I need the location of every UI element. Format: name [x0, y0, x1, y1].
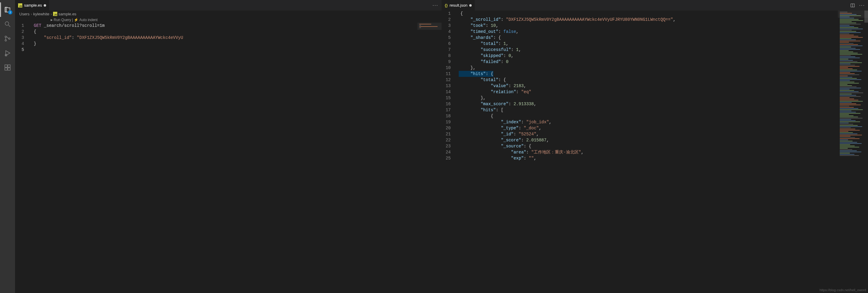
left-minimap[interactable]: [417, 23, 441, 293]
js-file-icon: JS: [18, 3, 22, 7]
line-number: 18: [442, 113, 451, 119]
right-tab-actions: ···: [850, 0, 868, 10]
line-number: 4: [442, 29, 451, 35]
right-tab-bar: {} result.json ···: [442, 0, 868, 10]
line-number: 3: [15, 35, 24, 41]
left-tab-actions: ···: [433, 0, 441, 10]
code-line[interactable]: GET _search/scroll?scroll=1m: [32, 23, 441, 29]
activity-bar: 2: [0, 0, 15, 293]
code-line[interactable]: "successful": 1,: [459, 47, 868, 53]
line-number: 2: [442, 17, 451, 23]
chevron-right-icon: ›: [31, 12, 32, 16]
code-line[interactable]: }: [32, 41, 441, 47]
svg-line-1: [8, 25, 10, 27]
activity-run-debug[interactable]: [0, 46, 15, 60]
code-line[interactable]: [32, 47, 441, 53]
left-tab-bar: JS sample.es ···: [15, 0, 441, 10]
code-line[interactable]: "area": "工作地区：重庆-渝北区",: [459, 149, 868, 155]
auto-indent-lens[interactable]: Auto indent: [79, 18, 98, 22]
breadcrumb-item[interactable]: kylewhite: [33, 12, 49, 16]
split-editor-icon[interactable]: [850, 3, 855, 8]
svg-rect-9: [8, 68, 10, 70]
dirty-indicator-icon: [44, 4, 46, 7]
line-number: 16: [442, 101, 451, 107]
code-line[interactable]: },: [459, 95, 868, 101]
chevron-right-icon: ›: [51, 12, 52, 16]
js-file-icon: JS: [53, 12, 57, 16]
code-line[interactable]: "total": 1,: [459, 41, 868, 47]
right-editor-body[interactable]: 1234567891011121314151617181920212223242…: [442, 10, 868, 293]
code-line[interactable]: "relation": "eq": [459, 89, 868, 95]
code-line[interactable]: "max_score": 2.913338,: [459, 101, 868, 107]
watermark: https://blog.csdn.net/hell_oword: [819, 288, 866, 292]
code-line[interactable]: "took": 10,: [459, 23, 868, 29]
right-gutter: 1234567891011121314151617181920212223242…: [442, 10, 459, 293]
svg-point-3: [5, 40, 7, 41]
run-query-lens[interactable]: Run Query: [54, 18, 71, 22]
json-file-icon: {}: [445, 3, 448, 7]
line-number: 14: [442, 89, 451, 95]
more-actions-icon[interactable]: ···: [859, 3, 865, 8]
explorer-badge: 2: [8, 10, 12, 14]
code-line[interactable]: "hits": [: [459, 107, 868, 113]
line-number: 19: [442, 119, 451, 125]
line-number: 6: [442, 41, 451, 47]
code-line[interactable]: {: [459, 113, 868, 119]
left-gutter: 12345: [15, 23, 32, 293]
breadcrumbs[interactable]: Users › kylewhite › JS sample.es: [15, 10, 441, 17]
right-code[interactable]: { "_scroll_id": "DXF1ZXJ5QW5kRmV0Y2gBAAA…: [459, 10, 868, 293]
activity-source-control[interactable]: [0, 31, 15, 46]
play-icon: ▶: [51, 19, 53, 21]
tab-filename: result.json: [450, 3, 467, 7]
svg-point-0: [5, 22, 9, 25]
activity-search[interactable]: [0, 17, 15, 31]
code-line[interactable]: "_scroll_id": "DXF1ZXJ5QW5kRmV0Y2gBAAAAA…: [459, 17, 868, 23]
code-line[interactable]: "skipped": 0,: [459, 53, 868, 59]
right-minimap[interactable]: [838, 10, 868, 293]
code-lens-row: ▶ Run Query | ⚡Auto indent: [15, 17, 441, 23]
left-editor-body[interactable]: 12345 GET _search/scroll?scroll=1m{ "scr…: [15, 23, 441, 293]
code-line[interactable]: "exp": "",: [459, 155, 868, 161]
line-number: 24: [442, 149, 451, 155]
left-editor-pane: JS sample.es ··· Users › kylewhite › JS …: [15, 0, 441, 293]
code-line[interactable]: "total": {: [459, 77, 868, 83]
code-line[interactable]: "failed": 0: [459, 59, 868, 65]
line-number: 7: [442, 47, 451, 53]
code-line[interactable]: "_shards": {: [459, 35, 868, 41]
tab-result-json[interactable]: {} result.json: [442, 0, 475, 10]
dirty-indicator-icon: [469, 4, 472, 7]
code-line[interactable]: {: [459, 10, 868, 17]
code-line[interactable]: "_id": "52524",: [459, 131, 868, 137]
svg-point-2: [5, 36, 7, 38]
svg-rect-8: [5, 68, 7, 70]
code-line[interactable]: "scroll_id": "DXF1ZXJ5QW5kRmV0Y2gBAAAAAA…: [32, 35, 441, 41]
code-line[interactable]: "timed_out": false,: [459, 29, 868, 35]
line-number: 8: [442, 53, 451, 59]
line-number: 1: [15, 23, 24, 29]
line-number: 4: [15, 41, 24, 47]
line-number: 5: [442, 35, 451, 41]
line-number: 2: [15, 29, 24, 35]
tab-filename: sample.es: [24, 3, 42, 7]
breadcrumb-item[interactable]: Users: [19, 12, 30, 16]
code-line[interactable]: "_source": {: [459, 143, 868, 149]
code-line[interactable]: "_score": 2.015887,: [459, 137, 868, 143]
code-line[interactable]: {: [32, 29, 441, 35]
minimap-slider[interactable]: [864, 10, 868, 23]
code-line[interactable]: },: [459, 65, 868, 71]
line-number: 3: [442, 23, 451, 29]
code-line[interactable]: "_type": "_doc",: [459, 125, 868, 131]
line-number: 21: [442, 131, 451, 137]
line-number: 22: [442, 137, 451, 143]
bolt-icon: ⚡: [74, 18, 79, 22]
tab-sample-es[interactable]: JS sample.es: [15, 0, 50, 10]
breadcrumb-item[interactable]: JS sample.es: [53, 12, 76, 16]
left-code[interactable]: GET _search/scroll?scroll=1m{ "scroll_id…: [32, 23, 441, 293]
activity-explorer[interactable]: 2: [0, 2, 15, 17]
activity-extensions[interactable]: [0, 60, 15, 75]
code-line[interactable]: "value": 2183,: [459, 83, 868, 89]
code-line[interactable]: "_index": "job_idx",: [459, 119, 868, 125]
more-actions-icon[interactable]: ···: [433, 3, 438, 8]
code-line[interactable]: "hits": {: [459, 71, 493, 77]
svg-rect-6: [5, 65, 7, 67]
